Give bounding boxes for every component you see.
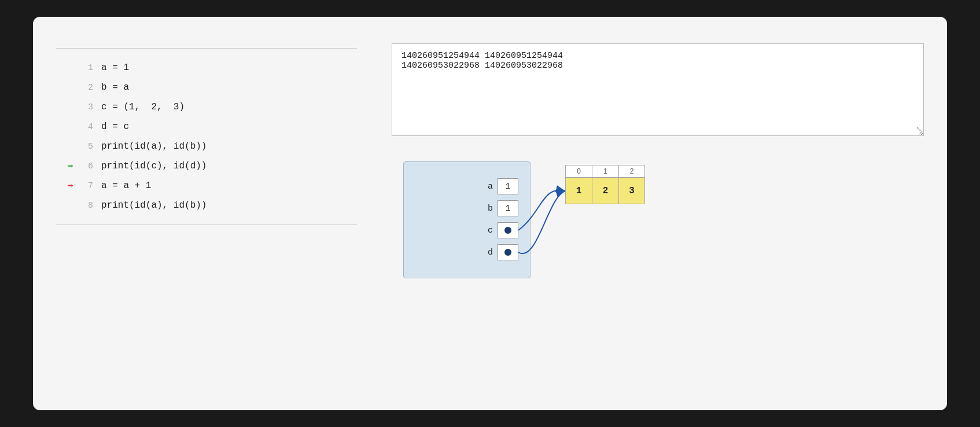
line-code-2: b = a bbox=[101, 82, 129, 93]
frame-row-a: a1 bbox=[415, 178, 518, 194]
frame-val-a: 1 bbox=[498, 178, 518, 194]
frame-dot-c bbox=[504, 227, 511, 234]
line-code-3: c = (1, 2, 3) bbox=[101, 102, 185, 112]
frame-row-d: d bbox=[415, 244, 518, 260]
line-arrow-5: ➡ bbox=[56, 140, 73, 153]
line-code-1: a = 1 bbox=[101, 62, 129, 73]
frame-row-c: c bbox=[415, 222, 518, 238]
frame-var-name-c: c bbox=[476, 226, 493, 235]
tuple-index-2: 2 bbox=[618, 165, 645, 178]
tuple-box: 012 123 bbox=[565, 165, 645, 204]
resize-icon: ⤡ bbox=[916, 125, 922, 134]
global-frame-box: a1b1cd bbox=[403, 161, 530, 278]
code-line-1: ➡1a = 1 bbox=[56, 58, 357, 78]
top-divider bbox=[56, 48, 357, 49]
frames-objects-section: a1b1cd 012 123 bbox=[392, 148, 924, 278]
print-line-2: 140260953022968 140260953022968 bbox=[401, 61, 914, 71]
tuple-index-1: 1 bbox=[592, 165, 618, 178]
tuple-val-1: 2 bbox=[592, 178, 618, 204]
line-code-5: print(id(a), id(b)) bbox=[101, 141, 207, 152]
frame-var-name-a: a bbox=[476, 182, 493, 192]
line-number-2: 2 bbox=[77, 83, 93, 93]
frame-val-b: 1 bbox=[498, 200, 518, 216]
print-output-box[interactable]: 140260951254944 140260951254944 14026095… bbox=[392, 43, 924, 136]
code-line-8: ➡8print(id(a), id(b)) bbox=[56, 196, 357, 215]
line-arrow-4: ➡ bbox=[56, 120, 73, 133]
frame-row-b: b1 bbox=[415, 200, 518, 216]
line-arrow-7: ➡ bbox=[56, 179, 73, 192]
tuple-values: 123 bbox=[565, 178, 645, 204]
frame-val-c bbox=[498, 222, 518, 238]
tuple-index-0: 0 bbox=[565, 165, 592, 178]
line-arrow-6: ➡ bbox=[56, 160, 73, 172]
left-panel: ➡1a = 1➡2b = a➡3c = (1, 2, 3)➡4d = c➡5pr… bbox=[56, 34, 357, 393]
line-number-8: 8 bbox=[77, 201, 93, 211]
line-number-5: 5 bbox=[77, 142, 93, 152]
print-line-1: 140260951254944 140260951254944 bbox=[401, 51, 914, 61]
code-line-3: ➡3c = (1, 2, 3) bbox=[56, 97, 357, 117]
line-arrow-2: ➡ bbox=[56, 81, 73, 94]
bottom-divider bbox=[56, 224, 357, 225]
line-arrow-1: ➡ bbox=[56, 61, 73, 74]
line-number-6: 6 bbox=[77, 161, 93, 171]
line-code-4: d = c bbox=[101, 122, 129, 132]
code-line-7: ➡7a = a + 1 bbox=[56, 176, 357, 196]
line-number-4: 4 bbox=[77, 122, 93, 132]
tuple-val-2: 3 bbox=[618, 178, 645, 204]
line-arrow-3: ➡ bbox=[56, 101, 73, 113]
line-code-8: print(id(a), id(b)) bbox=[101, 200, 207, 211]
line-number-7: 7 bbox=[77, 181, 93, 191]
frame-var-name-b: b bbox=[476, 204, 493, 214]
code-line-6: ➡6print(id(c), id(d)) bbox=[56, 156, 357, 176]
objects-column: 012 123 bbox=[565, 153, 924, 204]
line-number-3: 3 bbox=[77, 102, 93, 112]
line-number-1: 1 bbox=[77, 63, 93, 73]
tuple-indices: 012 bbox=[565, 165, 645, 178]
frame-val-d bbox=[498, 244, 518, 260]
line-arrow-8: ➡ bbox=[56, 199, 73, 212]
line-code-6: print(id(c), id(d)) bbox=[101, 161, 207, 171]
frames-column: a1b1cd bbox=[392, 153, 542, 278]
code-line-2: ➡2b = a bbox=[56, 78, 357, 97]
tuple-val-0: 1 bbox=[565, 178, 592, 204]
frame-var-name-d: d bbox=[476, 248, 493, 257]
code-area: ➡1a = 1➡2b = a➡3c = (1, 2, 3)➡4d = c➡5pr… bbox=[56, 58, 357, 215]
main-container: ➡1a = 1➡2b = a➡3c = (1, 2, 3)➡4d = c➡5pr… bbox=[33, 17, 947, 410]
print-output-section: 140260951254944 140260951254944 14026095… bbox=[392, 40, 924, 136]
code-line-4: ➡4d = c bbox=[56, 117, 357, 137]
right-panel: 140260951254944 140260951254944 14026095… bbox=[392, 34, 924, 393]
frame-dot-d bbox=[504, 249, 511, 256]
line-code-7: a = a + 1 bbox=[101, 181, 151, 191]
code-line-5: ➡5print(id(a), id(b)) bbox=[56, 137, 357, 156]
objects-area: 012 123 bbox=[565, 153, 924, 204]
